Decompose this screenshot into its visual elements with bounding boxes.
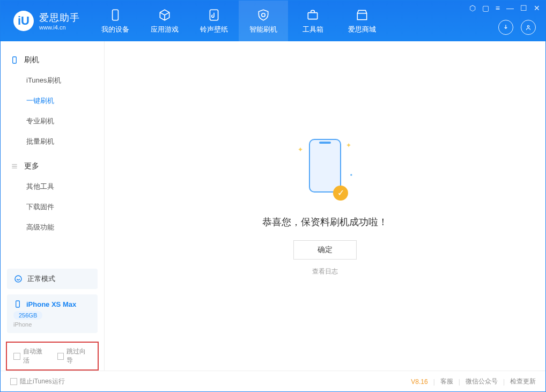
device-card[interactable]: iPhone XS Max 256GB iPhone — [7, 294, 98, 333]
options-highlight-box: 自动激活 跳过向导 — [6, 342, 99, 371]
download-button[interactable] — [498, 20, 513, 35]
sync-icon — [13, 274, 23, 284]
tab-toolbox[interactable]: 工具箱 — [288, 1, 337, 41]
device-storage: 256GB — [13, 311, 42, 320]
device-icon — [10, 56, 19, 64]
tab-ringtone-wallpaper[interactable]: 铃声壁纸 — [189, 1, 239, 41]
download-icon — [502, 24, 510, 31]
header-right-buttons — [498, 20, 536, 35]
top-tabs: 我的设备 应用游戏 铃声壁纸 智能刷机 工具箱 爱思商城 — [91, 1, 387, 41]
svg-rect-3 — [357, 13, 366, 19]
svg-rect-5 — [13, 57, 17, 63]
device-type: iPhone — [13, 321, 91, 328]
checkbox-icon — [57, 353, 64, 360]
app-header: iU 爱思助手 www.i4.cn 我的设备 应用游戏 铃声壁纸 智能刷机 工具… — [1, 1, 545, 41]
phone-small-icon — [13, 300, 22, 308]
grid-icon[interactable]: ▢ — [482, 4, 489, 12]
svg-rect-7 — [16, 301, 20, 307]
sidebar-item-itunes-flash[interactable]: iTunes刷机 — [1, 70, 104, 91]
checkbox-icon — [13, 353, 20, 360]
logo-icon: iU — [13, 11, 34, 31]
app-name: 爱思助手 — [39, 11, 80, 24]
svg-rect-2 — [308, 12, 317, 19]
checkbox-skip-guide[interactable]: 跳过向导 — [57, 347, 92, 365]
sidebar-item-other-tools[interactable]: 其他工具 — [1, 176, 104, 197]
window-controls: ⬡ ▢ ≡ — ☐ ✕ — [469, 4, 540, 12]
ok-button[interactable]: 确定 — [293, 240, 357, 260]
support-link[interactable]: 客服 — [440, 377, 453, 386]
checkbox-icon — [10, 378, 17, 385]
check-update-link[interactable]: 检查更新 — [510, 377, 536, 386]
view-log-link[interactable]: 查看日志 — [312, 267, 338, 276]
store-icon — [355, 8, 369, 22]
main-content: ✦ ✦ • ✓ 恭喜您，保资料刷机成功啦！ 确定 查看日志 — [105, 41, 545, 371]
status-bar: 阻止iTunes运行 V8.16 | 客服 | 微信公众号 | 检查更新 — [1, 371, 545, 392]
sidebar-item-download-firmware[interactable]: 下载固件 — [1, 197, 104, 217]
refresh-shield-icon — [256, 8, 270, 22]
success-illustration: ✦ ✦ • ✓ — [301, 136, 349, 201]
tab-store[interactable]: 爱思商城 — [337, 1, 387, 41]
sidebar: 刷机 iTunes刷机 一键刷机 专业刷机 批量刷机 更多 其他工具 下载固件 … — [1, 41, 105, 371]
sidebar-item-pro-flash[interactable]: 专业刷机 — [1, 111, 104, 131]
user-button[interactable] — [521, 20, 536, 35]
phone-icon — [108, 8, 122, 22]
sidebar-item-oneclick-flash[interactable]: 一键刷机 — [1, 91, 104, 111]
tab-apps-games[interactable]: 应用游戏 — [140, 1, 189, 41]
tab-smart-flash[interactable]: 智能刷机 — [239, 1, 288, 41]
close-button[interactable]: ✕ — [534, 4, 540, 12]
success-message: 恭喜您，保资料刷机成功啦！ — [262, 216, 388, 228]
sidebar-section-more: 更多 — [1, 156, 104, 176]
cube-icon — [158, 8, 172, 22]
svg-rect-0 — [113, 10, 119, 20]
maximize-button[interactable]: ☐ — [520, 4, 527, 12]
version-label: V8.16 — [411, 378, 427, 386]
tab-my-device[interactable]: 我的设备 — [91, 1, 140, 41]
logo: iU 爱思助手 www.i4.cn — [1, 11, 91, 31]
checkmark-badge-icon: ✓ — [333, 186, 348, 201]
sidebar-section-flash: 刷机 — [1, 50, 104, 70]
checkbox-block-itunes[interactable]: 阻止iTunes运行 — [10, 377, 65, 386]
menu-icon[interactable]: ≡ — [496, 4, 500, 12]
music-file-icon — [207, 8, 221, 22]
sidebar-item-batch-flash[interactable]: 批量刷机 — [1, 131, 104, 152]
app-url: www.i4.cn — [39, 24, 80, 31]
mode-indicator[interactable]: 正常模式 — [7, 269, 98, 289]
checkbox-auto-activate[interactable]: 自动激活 — [13, 347, 48, 365]
svg-point-6 — [15, 276, 21, 282]
device-name: iPhone XS Max — [26, 300, 76, 308]
briefcase-icon — [306, 8, 320, 22]
user-icon — [525, 24, 532, 31]
minimize-button[interactable]: — — [506, 4, 514, 12]
menu-lines-icon — [10, 162, 19, 171]
sidebar-item-advanced[interactable]: 高级功能 — [1, 217, 104, 238]
svg-point-4 — [527, 26, 529, 28]
wechat-link[interactable]: 微信公众号 — [466, 377, 498, 386]
shirt-icon[interactable]: ⬡ — [469, 4, 476, 12]
